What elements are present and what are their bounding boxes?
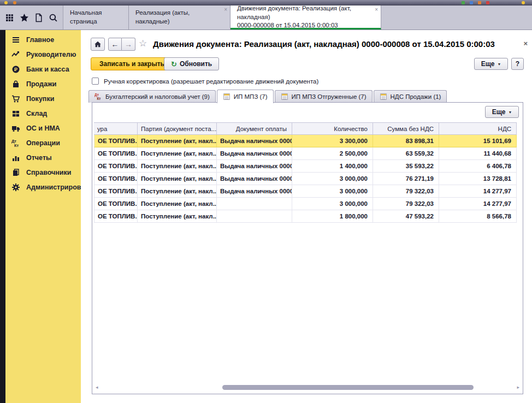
- cell-nomenclature[interactable]: ОЕ ТОПЛИВ...: [94, 173, 138, 185]
- tray-icon[interactable]: [478, 1, 481, 4]
- column-header[interactable]: Сумма без НДС: [373, 122, 439, 135]
- cell-payment-doc[interactable]: [217, 198, 292, 210]
- tab-document-movements[interactable]: Движения документа: Реализация (акт, нак…: [230, 5, 381, 29]
- cell-nomenclature[interactable]: ОЕ ТОПЛИВ...: [94, 135, 138, 147]
- detail-tab[interactable]: ИП МПЗ Отгруженные (7): [275, 90, 373, 103]
- sidebar-item[interactable]: Р Банк и касса: [5, 62, 81, 76]
- cell-vat[interactable]: 14 277,97: [439, 198, 517, 210]
- sidebar-item[interactable]: Руководителю: [5, 47, 81, 62]
- scroll-right-icon[interactable]: ▸: [517, 384, 519, 390]
- window-control-icon[interactable]: [13, 1, 16, 4]
- cell-batch[interactable]: Поступление (акт, накл...: [138, 185, 217, 198]
- table-row[interactable]: ОЕ ТОПЛИВ... Поступление (акт, накл... В…: [94, 173, 517, 185]
- search-icon[interactable]: [49, 13, 58, 22]
- cell-quantity[interactable]: 2 500,000: [292, 147, 373, 160]
- table-row[interactable]: ОЕ ТОПЛИВ... Поступление (акт, накл... В…: [94, 147, 517, 160]
- cell-sum-without-vat[interactable]: 79 322,03: [373, 198, 439, 210]
- cell-nomenclature[interactable]: ОЕ ТОПЛИВ...: [94, 210, 138, 223]
- manual-adjustment-checkbox[interactable]: [92, 78, 99, 85]
- cell-quantity[interactable]: 1 400,000: [292, 160, 373, 173]
- cell-payment-doc[interactable]: Выдача наличных 0000...: [217, 147, 292, 160]
- cell-batch[interactable]: Поступление (акт, накл...: [138, 147, 217, 160]
- column-header[interactable]: НДС: [439, 122, 517, 135]
- cell-vat[interactable]: 6 406,78: [439, 160, 517, 173]
- sidebar-item[interactable]: Покупки: [5, 91, 81, 106]
- cell-batch[interactable]: Поступление (акт, накл...: [138, 135, 217, 147]
- sidebar-item[interactable]: Справочники: [5, 165, 81, 180]
- cell-batch[interactable]: Поступление (акт, накл...: [138, 173, 217, 185]
- form-close-icon[interactable]: ×: [523, 39, 528, 48]
- sidebar-item[interactable]: Склад: [5, 106, 81, 121]
- column-header[interactable]: ура: [94, 122, 138, 135]
- sidebar-item[interactable]: Продажи: [5, 76, 81, 91]
- cell-payment-doc[interactable]: [217, 210, 292, 223]
- cell-sum-without-vat[interactable]: 63 559,32: [373, 147, 439, 160]
- tray-icon[interactable]: [486, 1, 489, 4]
- cell-payment-doc[interactable]: Выдача наличных 0000...: [217, 185, 292, 198]
- cell-sum-without-vat[interactable]: 35 593,22: [373, 160, 439, 173]
- cell-nomenclature[interactable]: ОЕ ТОПЛИВ...: [94, 160, 138, 173]
- table-row[interactable]: ОЕ ТОПЛИВ... Поступление (акт, накл... 1…: [94, 210, 517, 223]
- window-control-icon[interactable]: [4, 1, 8, 4]
- cell-sum-without-vat[interactable]: 47 593,22: [373, 210, 439, 223]
- cell-payment-doc[interactable]: Выдача наличных 0000...: [217, 173, 292, 185]
- help-button[interactable]: ?: [511, 58, 524, 70]
- cell-vat[interactable]: 13 728,81: [439, 173, 517, 185]
- cell-quantity[interactable]: 1 800,000: [292, 210, 373, 223]
- detail-tab[interactable]: ИП МПЗ (7): [217, 90, 274, 103]
- cell-quantity[interactable]: 3 000,000: [292, 198, 373, 210]
- sidebar-item[interactable]: ДтКт Операции: [5, 135, 81, 150]
- close-icon[interactable]: ×: [224, 7, 227, 13]
- tab-home[interactable]: Начальная страница: [63, 5, 129, 29]
- favorite-star-icon[interactable]: ☆: [139, 39, 147, 48]
- sidebar-item[interactable]: ОС и НМА: [5, 121, 81, 135]
- detail-tab[interactable]: ДтКт Бухгалтерский и налоговый учет (9): [88, 90, 216, 103]
- cell-payment-doc[interactable]: Выдача наличных 0000...: [217, 135, 292, 147]
- column-header[interactable]: Количество: [292, 122, 373, 135]
- detail-tab[interactable]: НДС Продажи (1): [374, 90, 447, 103]
- star-filled-icon[interactable]: [20, 13, 29, 22]
- table-more-button[interactable]: Еще ▼: [485, 106, 519, 118]
- cell-quantity[interactable]: 3 300,000: [292, 135, 373, 147]
- tray-icon[interactable]: [462, 1, 465, 4]
- apps-grid-icon[interactable]: [5, 13, 14, 22]
- tray-icon[interactable]: [522, 1, 525, 4]
- cell-sum-without-vat[interactable]: 76 271,19: [373, 173, 439, 185]
- cell-batch[interactable]: Поступление (акт, накл...: [138, 198, 217, 210]
- history-icon[interactable]: [34, 13, 43, 22]
- refresh-button[interactable]: ↻ Обновить: [164, 57, 219, 70]
- cell-sum-without-vat[interactable]: 83 898,31: [373, 135, 439, 147]
- scrollbar-thumb[interactable]: [222, 385, 474, 390]
- sidebar-item[interactable]: Отчеты: [5, 150, 81, 165]
- close-icon[interactable]: ×: [375, 7, 378, 13]
- home-button[interactable]: [91, 38, 105, 51]
- cell-sum-without-vat[interactable]: 79 322,03: [373, 185, 439, 198]
- cell-vat[interactable]: 11 440,68: [439, 147, 517, 160]
- table-row[interactable]: ОЕ ТОПЛИВ... Поступление (акт, накл... В…: [94, 135, 517, 147]
- tab-realization-list[interactable]: Реализация (акты, накладные) ×: [129, 5, 230, 29]
- column-header[interactable]: Документ оплаты: [217, 122, 292, 135]
- cell-nomenclature[interactable]: ОЕ ТОПЛИВ...: [94, 198, 138, 210]
- cell-nomenclature[interactable]: ОЕ ТОПЛИВ...: [94, 185, 138, 198]
- cell-nomenclature[interactable]: ОЕ ТОПЛИВ...: [94, 147, 138, 160]
- cell-quantity[interactable]: 3 000,000: [292, 173, 373, 185]
- table-row[interactable]: ОЕ ТОПЛИВ... Поступление (акт, накл... 3…: [94, 198, 517, 210]
- cell-batch[interactable]: Поступление (акт, накл...: [138, 210, 217, 223]
- more-button[interactable]: Еще ▼: [474, 58, 508, 70]
- cell-payment-doc[interactable]: Выдача наличных 0000...: [217, 160, 292, 173]
- tray-icon[interactable]: [470, 1, 473, 4]
- cell-vat[interactable]: 15 101,69: [439, 135, 517, 147]
- cell-batch[interactable]: Поступление (акт, накл...: [138, 160, 217, 173]
- save-and-close-button[interactable]: Записать и закрыть: [91, 57, 173, 70]
- back-button[interactable]: ←: [108, 38, 122, 51]
- cell-vat[interactable]: 14 277,97: [439, 185, 517, 198]
- forward-button[interactable]: →: [122, 38, 135, 51]
- table-row[interactable]: ОЕ ТОПЛИВ... Поступление (акт, накл... В…: [94, 160, 517, 173]
- scroll-left-icon[interactable]: ◂: [96, 384, 98, 390]
- cell-quantity[interactable]: 3 000,000: [292, 185, 373, 198]
- column-header[interactable]: Партия (документ поста...: [138, 122, 217, 135]
- sidebar-item[interactable]: Главное: [5, 32, 81, 47]
- cell-vat[interactable]: 8 566,78: [439, 210, 517, 223]
- table-row[interactable]: ОЕ ТОПЛИВ... Поступление (акт, накл... В…: [94, 185, 517, 198]
- sidebar-item[interactable]: Администрирование: [5, 180, 81, 194]
